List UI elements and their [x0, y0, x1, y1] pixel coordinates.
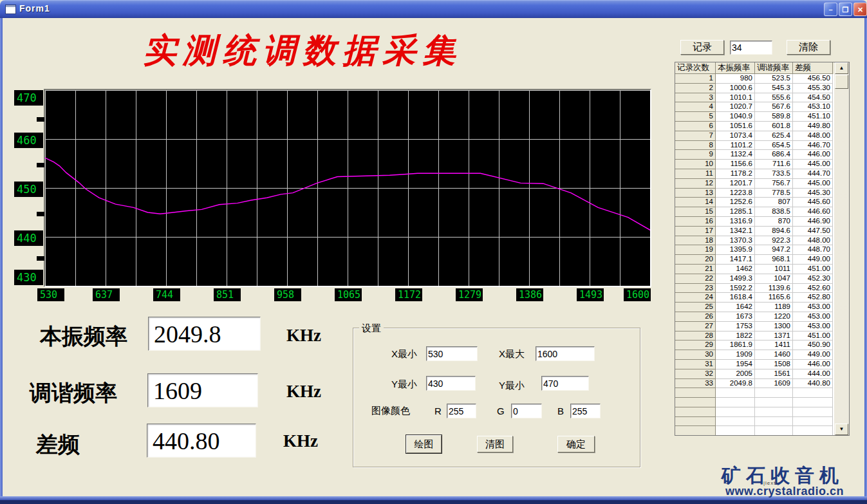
table-row[interactable]: [675, 398, 834, 407]
table-row[interactable]: 31010.1555.6454.50: [675, 93, 834, 103]
table-scrollbar[interactable]: ▲ ▼: [834, 62, 849, 435]
table-row[interactable]: 51040.9589.8451.10: [675, 112, 834, 122]
clear-button[interactable]: 清除: [787, 40, 830, 55]
ok-button[interactable]: 确定: [557, 436, 595, 453]
table-cell: 1010.1: [716, 93, 755, 103]
y-max-input[interactable]: [541, 376, 589, 391]
table-row[interactable]: 291861.91411450.90: [675, 341, 834, 350]
table-row[interactable]: 181370.3922.3448.00: [675, 236, 834, 246]
table-cell: 1220: [755, 312, 793, 322]
y-min-label: Y最小: [391, 378, 417, 391]
y-axis-label: 440: [14, 230, 43, 246]
table-row[interactable]: 121201.7756.7445.00: [675, 179, 834, 189]
table-row[interactable]: 221499.31047452.30: [675, 274, 834, 284]
x-max-input[interactable]: [536, 346, 595, 361]
table-cell: 5: [675, 112, 716, 122]
table-row[interactable]: 201417.1968.1449.00: [675, 255, 834, 265]
table-header-cell: 差频: [793, 62, 833, 74]
record-count-input[interactable]: [730, 41, 772, 55]
g-input[interactable]: [511, 404, 542, 418]
table-row[interactable]: [675, 417, 834, 427]
table-cell: [793, 426, 833, 435]
local-osc-frequency-field[interactable]: [148, 317, 261, 351]
close-button[interactable]: ✕: [853, 3, 867, 16]
title-bar[interactable]: Form1 – ❐ ✕: [0, 0, 867, 18]
table-row[interactable]: 71073.4625.4448.00: [675, 131, 834, 141]
table-row[interactable]: 101156.6711.6445.00: [675, 160, 834, 169]
table-row[interactable]: 91132.4686.4446.00: [675, 150, 834, 160]
table-row[interactable]: 151285.1838.5446.60: [675, 207, 834, 217]
table-row[interactable]: 2818221371451.00: [675, 331, 834, 341]
scroll-down-button[interactable]: ▼: [835, 424, 848, 435]
table-row[interactable]: 3220051561444.00: [675, 369, 834, 379]
table-row[interactable]: 2114621011451.00: [675, 265, 834, 274]
diff-frequency-field[interactable]: [147, 424, 256, 458]
b-input[interactable]: [570, 404, 601, 418]
records-table: 记录次数本振频率调谐频率差频1980523.5456.5021000.6545.…: [675, 62, 850, 436]
table-cell: 1047: [755, 274, 793, 284]
table-row[interactable]: 2516421189453.00: [675, 303, 834, 312]
table-cell: 24: [675, 293, 716, 303]
table-cell: 1909: [716, 350, 755, 360]
table-row[interactable]: 231592.21139.6452.60: [675, 284, 834, 294]
table-cell: 31: [675, 360, 716, 369]
tuning-frequency-field[interactable]: [147, 373, 258, 407]
maximize-button[interactable]: ❐: [839, 3, 852, 16]
table-cell: 3: [675, 93, 716, 103]
minimize-icon: –: [828, 6, 832, 14]
table-row[interactable]: 3119541508446.00: [675, 360, 834, 369]
r-input[interactable]: [447, 404, 476, 418]
table-row[interactable]: [675, 426, 834, 435]
x-axis-label: 1065: [335, 288, 362, 301]
table-row[interactable]: 141252.6807445.60: [675, 198, 834, 207]
table-cell: [793, 417, 833, 427]
table-row[interactable]: 1980523.5456.50: [675, 74, 834, 84]
window-title: Form1: [19, 3, 50, 14]
clear-plot-button[interactable]: 清图: [477, 436, 513, 453]
table-row[interactable]: 61051.6601.8449.80: [675, 122, 834, 131]
table-cell: 27: [675, 322, 716, 331]
scrollbar-thumb[interactable]: [835, 75, 848, 89]
table-cell: 2: [675, 84, 716, 93]
table-row[interactable]: 332049.81609440.80: [675, 379, 834, 389]
table-row[interactable]: 111178.2733.5444.70: [675, 169, 834, 179]
table-cell: 448.00: [793, 236, 833, 246]
readout-unit-local-osc: KHz: [286, 326, 321, 346]
table-cell: 1822: [716, 331, 755, 341]
scroll-up-button[interactable]: ▲: [835, 62, 848, 74]
table-row[interactable]: 161316.9870446.90: [675, 217, 834, 227]
table-row[interactable]: [675, 407, 834, 417]
table-cell: 449.00: [793, 255, 833, 265]
table-cell: 23: [675, 284, 716, 294]
table-row[interactable]: 3019091460449.00: [675, 350, 834, 360]
minimize-button[interactable]: –: [824, 3, 837, 16]
draw-button[interactable]: 绘图: [406, 435, 442, 453]
table-row[interactable]: 191395.9947.2448.70: [675, 245, 834, 255]
table-cell: 1561: [755, 369, 793, 379]
table-row[interactable]: 171342.1894.6447.50: [675, 227, 834, 236]
table-cell: 449.80: [793, 122, 833, 131]
table-row[interactable]: 131223.8778.5445.30: [675, 189, 834, 198]
watermark-url: www.crystalradio.cn: [725, 485, 844, 498]
y-min-input[interactable]: [426, 376, 476, 391]
table-row[interactable]: 81101.2654.5446.70: [675, 141, 834, 151]
table-cell: 25: [675, 303, 716, 312]
table-cell: 733.5: [755, 169, 793, 179]
table-cell: 1618.4: [716, 293, 755, 303]
table-row[interactable]: 2616731220453.00: [675, 312, 834, 322]
table-row[interactable]: 21000.6545.3455.30: [675, 84, 834, 93]
form-icon: [5, 5, 16, 14]
table-row[interactable]: 241618.41165.6452.80: [675, 293, 834, 303]
table-row[interactable]: 41020.7567.6453.10: [675, 102, 834, 112]
x-axis-label: 1600: [624, 288, 651, 301]
table-cell: 1051.6: [716, 122, 755, 131]
table-header-cell: 本振频率: [716, 62, 755, 74]
table-cell: 1020.7: [716, 102, 755, 112]
table-cell: 15: [675, 207, 716, 217]
x-axis-label: 1279: [456, 288, 483, 301]
x-min-input[interactable]: [426, 346, 478, 361]
table-cell: [716, 398, 755, 407]
table-row[interactable]: 2717531300453.00: [675, 322, 834, 331]
record-button[interactable]: 记录: [680, 40, 724, 55]
table-row[interactable]: [675, 388, 834, 398]
